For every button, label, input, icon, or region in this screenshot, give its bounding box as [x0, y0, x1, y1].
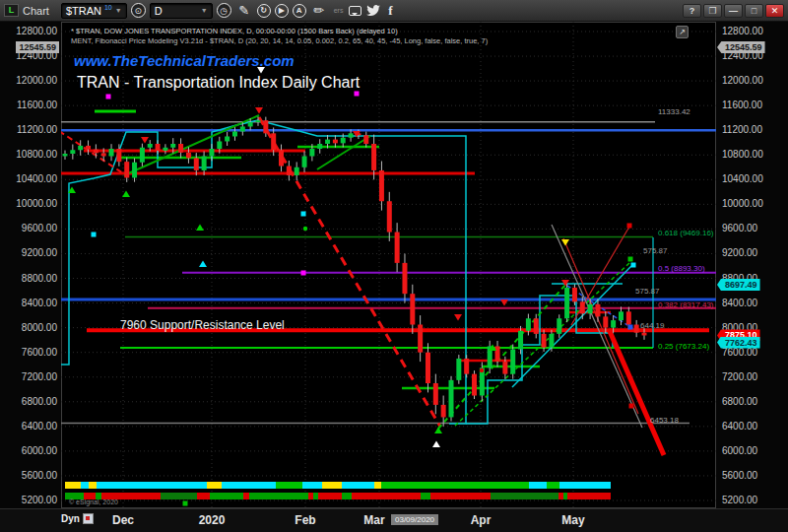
lower-indicator-strip-segment	[430, 493, 491, 499]
lower-indicator-strip-segment	[243, 493, 249, 499]
restore-button[interactable]: ❐	[703, 4, 722, 18]
axis-tick-label: 6000.00	[722, 445, 757, 456]
candle-body	[595, 304, 600, 317]
twitter-icon[interactable]	[365, 4, 381, 17]
candle-body	[232, 131, 237, 136]
marker-square	[355, 92, 360, 97]
close-button[interactable]: ✕	[765, 4, 784, 18]
axis-tick-label: 7200.00	[22, 371, 57, 382]
candle-body	[194, 158, 199, 170]
fib-level-label: 575.87	[635, 287, 659, 296]
candle-body	[603, 316, 608, 327]
candle-body	[349, 133, 354, 137]
app-label: Chart	[23, 5, 49, 17]
marker-square	[627, 224, 632, 229]
maximize-button[interactable]: □	[745, 4, 763, 18]
trend-line	[438, 284, 566, 429]
axis-tick-label: 11200.00	[17, 124, 57, 135]
axis-tick-label: 5600.00	[722, 470, 757, 481]
candle-body	[518, 331, 523, 350]
fib-level-label: 0.382 (8317.43)	[658, 300, 714, 309]
chevron-down-icon[interactable]: ▼	[201, 7, 208, 14]
axis-tick-label: 10000.00	[722, 198, 763, 209]
marker-square	[628, 325, 633, 330]
minimize-button[interactable]: —	[724, 4, 743, 18]
dyn-control[interactable]: Dyn	[61, 513, 94, 524]
axis-tick-label: 8800.00	[22, 273, 57, 284]
candle-body	[295, 167, 299, 175]
marker-triangle-up	[196, 225, 204, 232]
right-price-axis[interactable]: 12800.0012400.0012000.0011600.0011200.00…	[716, 22, 788, 508]
candle-body	[495, 346, 500, 362]
marker-triangle-down	[454, 314, 462, 321]
expand-chart-icon[interactable]: ↗	[676, 26, 689, 38]
candle-body	[634, 325, 639, 333]
lower-indicator-strip-segment	[352, 493, 421, 499]
watermark-link[interactable]: www.TheTechnicalTraders.com	[74, 52, 295, 69]
candle-body	[132, 163, 137, 178]
upper-indicator-strip-segment	[342, 482, 374, 489]
marker-square	[183, 501, 188, 506]
marker-square	[629, 404, 634, 409]
chat-bubble-icon[interactable]	[349, 6, 361, 16]
facebook-icon[interactable]: f	[385, 3, 395, 19]
candle-body	[410, 294, 415, 324]
axis-tick-label: 7600.00	[22, 347, 57, 358]
chevron-down-icon[interactable]: ▼	[115, 7, 122, 14]
fib-level-label: 0.618 (9469.16)	[658, 229, 714, 237]
candle-body	[302, 157, 307, 167]
candle-body	[502, 362, 507, 374]
marker-square	[301, 212, 306, 217]
lower-indicator-strip-segment	[421, 493, 430, 499]
trend-line	[124, 115, 259, 175]
pencil-draw-icon[interactable]: ✎	[235, 3, 253, 18]
candle-body	[564, 288, 569, 318]
play-icon[interactable]: ▶	[275, 4, 289, 18]
candle-body	[433, 383, 438, 405]
candle-body	[317, 144, 322, 149]
symbol-input[interactable]: $TRAN 10 ▼	[61, 3, 127, 19]
app-icon: L	[4, 4, 19, 17]
marker-square	[631, 263, 636, 268]
share-arrow-icon[interactable]: ↻	[257, 4, 271, 18]
window-controls: ? ❐ — □ ✕	[683, 4, 784, 18]
candle-body	[163, 148, 167, 151]
fib-level-label: 0.25 (7673.24)	[658, 342, 709, 351]
candle-body	[116, 149, 121, 162]
candle-body	[580, 301, 585, 313]
candle-body	[263, 120, 268, 133]
eraser-icon[interactable]: ✏	[310, 3, 328, 18]
lower-indicator-strip-segment	[210, 493, 243, 499]
candle-body	[186, 153, 191, 159]
month-label: Dec	[112, 513, 134, 527]
upper-indicator-strip-segment	[222, 482, 276, 489]
time-axis[interactable]: Dyn Dec2020FebMarAprMay03/09/2020	[0, 508, 788, 532]
month-label: Mar	[363, 513, 384, 527]
annotate-a-icon[interactable]: A	[293, 4, 306, 18]
dyn-page-icon[interactable]	[83, 513, 94, 524]
candle-body	[240, 126, 245, 131]
candle-body	[279, 150, 284, 166]
symbol-lookup-icon[interactable]: ⊙	[131, 3, 146, 18]
candle-body	[109, 149, 114, 157]
time-interval-icon[interactable]: ◷	[217, 3, 231, 18]
candle-body	[426, 353, 430, 383]
marker-triangle-up	[432, 441, 440, 448]
interval-dropdown[interactable]: D ▼	[150, 3, 213, 19]
window-title-bar[interactable]: L Chart $TRAN 10 ▼ ⊙ D ▼ ◷ ✎ ↻ ▶ A ✏ ers…	[0, 0, 788, 22]
candle-body	[94, 150, 98, 154]
candle-body	[63, 154, 68, 157]
axis-tick-label: 6400.00	[22, 421, 57, 432]
left-price-axis[interactable]: 12800.0012400.0012000.0011600.0011200.00…	[0, 22, 61, 508]
help-button[interactable]: ?	[683, 4, 701, 18]
marker-square	[106, 95, 111, 100]
month-label: Apr	[471, 513, 492, 527]
candle-body	[140, 148, 145, 163]
upper-indicator-strip-segment	[381, 482, 529, 489]
candle-body	[309, 149, 314, 157]
lower-indicator-strip-segment	[563, 493, 567, 499]
axis-tick-label: 10000.00	[16, 198, 57, 209]
candle-body	[456, 359, 461, 380]
month-label: May	[561, 513, 584, 527]
upper-indicator-strip-segment	[81, 482, 89, 489]
